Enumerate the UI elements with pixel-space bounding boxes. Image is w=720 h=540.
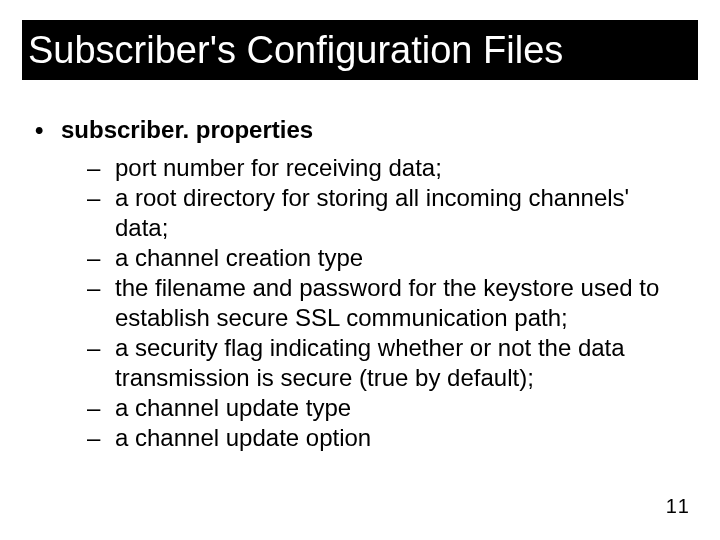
list-item-text: the filename and password for the keysto… <box>115 273 685 333</box>
dash-icon: – <box>87 153 105 183</box>
list-item: – a security flag indicating whether or … <box>87 333 685 393</box>
list-item: – a channel update type <box>87 393 685 423</box>
dash-icon: – <box>87 393 105 423</box>
dash-icon: – <box>87 273 105 333</box>
dash-icon: – <box>87 423 105 453</box>
list-item: • subscriber. properties <box>35 115 685 145</box>
list-item: – a root directory for storing all incom… <box>87 183 685 243</box>
slide-body: • subscriber. properties – port number f… <box>35 115 685 453</box>
list-item-text: a security flag indicating whether or no… <box>115 333 685 393</box>
list-item-text: a channel creation type <box>115 243 363 273</box>
dash-icon: – <box>87 243 105 273</box>
list-item-text: a root directory for storing all incomin… <box>115 183 685 243</box>
sub-list: – port number for receiving data; – a ro… <box>87 153 685 453</box>
dash-icon: – <box>87 333 105 393</box>
slide-title: Subscriber's Configuration Files <box>22 29 563 72</box>
slide: Subscriber's Configuration Files • subsc… <box>0 0 720 540</box>
list-item: – the filename and password for the keys… <box>87 273 685 333</box>
page-number: 11 <box>666 495 690 518</box>
list-item-text: port number for receiving data; <box>115 153 442 183</box>
list-item: – a channel creation type <box>87 243 685 273</box>
dash-icon: – <box>87 183 105 243</box>
bullet-icon: • <box>35 115 51 145</box>
title-bar: Subscriber's Configuration Files <box>22 20 698 80</box>
topic-label: subscriber. properties <box>61 115 313 145</box>
list-item-text: a channel update type <box>115 393 351 423</box>
list-item: – a channel update option <box>87 423 685 453</box>
list-item: – port number for receiving data; <box>87 153 685 183</box>
list-item-text: a channel update option <box>115 423 371 453</box>
